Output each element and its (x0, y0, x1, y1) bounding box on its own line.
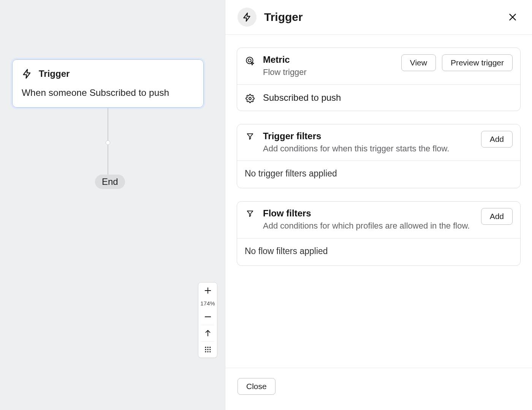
preview-trigger-button[interactable]: Preview trigger (442, 54, 513, 71)
zoom-in-button[interactable] (198, 283, 217, 299)
flow-filters-title: Flow filters (263, 208, 473, 219)
svg-point-10 (205, 351, 206, 352)
add-trigger-filter-button[interactable]: Add (481, 131, 513, 148)
trigger-node-desc: When someone Subscribed to push (22, 87, 194, 98)
svg-point-9 (209, 349, 211, 350)
svg-point-12 (209, 351, 211, 352)
trigger-node[interactable]: Trigger When someone Subscribed to push (12, 59, 204, 108)
filter-icon (245, 210, 255, 218)
svg-point-11 (207, 351, 208, 352)
trigger-config-panel: Trigger Metric Flow trigger View (225, 0, 532, 410)
close-icon[interactable] (505, 10, 520, 24)
flow-connector-handle[interactable] (106, 140, 110, 145)
metric-card: Metric Flow trigger View Preview trigger… (237, 48, 521, 111)
svg-point-7 (205, 349, 206, 350)
flow-filters-subtitle: Add conditions for which profiles are al… (263, 220, 473, 232)
trigger-filters-title: Trigger filters (263, 131, 473, 141)
panel-header: Trigger (225, 0, 532, 35)
trigger-filters-subtitle: Add conditions for when this trigger sta… (263, 143, 473, 154)
fit-view-button[interactable] (198, 325, 217, 341)
bolt-icon (238, 8, 256, 27)
target-click-icon (245, 56, 255, 66)
svg-point-8 (207, 349, 208, 350)
grid-menu-button[interactable] (198, 342, 217, 358)
svg-point-4 (205, 347, 206, 348)
zoom-level: 174% (200, 299, 215, 309)
trigger-node-title: Trigger (39, 68, 70, 79)
panel-footer: Close (225, 368, 532, 410)
svg-point-6 (209, 347, 211, 348)
flow-filters-card: Flow filters Add conditions for which pr… (237, 201, 521, 266)
zoom-out-button[interactable] (198, 309, 217, 325)
svg-point-5 (207, 347, 208, 348)
panel-title: Trigger (264, 11, 498, 24)
end-node[interactable]: End (95, 175, 125, 189)
flow-filters-status: No flow filters applied (237, 238, 520, 265)
view-button[interactable]: View (401, 54, 436, 71)
metric-title: Metric (263, 54, 394, 65)
gear-icon (245, 94, 255, 103)
metric-subtitle: Flow trigger (263, 67, 394, 78)
svg-point-16 (248, 59, 251, 62)
add-flow-filter-button[interactable]: Add (481, 208, 513, 225)
trigger-filters-status: No trigger filters applied (237, 161, 520, 188)
filter-icon (245, 132, 255, 141)
svg-point-17 (249, 97, 251, 100)
close-button[interactable]: Close (238, 378, 276, 395)
metric-value: Subscribed to push (263, 92, 341, 103)
bolt-icon (22, 68, 32, 79)
zoom-controls: 174% (198, 282, 217, 358)
flow-canvas[interactable]: Trigger When someone Subscribed to push … (0, 0, 225, 410)
trigger-filters-card: Trigger filters Add conditions for when … (237, 124, 521, 189)
